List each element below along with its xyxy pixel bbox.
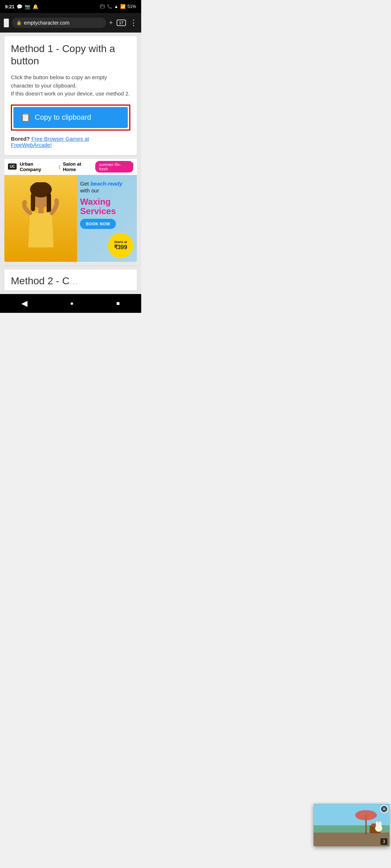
person-svg — [17, 182, 64, 255]
tab-count-badge[interactable]: 17 — [117, 20, 126, 26]
time-display: 9:21 — [5, 4, 14, 9]
ad-book-button[interactable]: BOOK NOW — [80, 219, 116, 229]
ad-brand-name: Urban Company — [20, 161, 56, 172]
menu-button[interactable]: ⋮ — [130, 18, 138, 27]
method2-card-partial: Method 2 - C... — [4, 269, 137, 290]
method1-title: Method 1 - Copy with a button — [11, 43, 130, 67]
method2-cut-indicator: ... — [70, 275, 78, 286]
method1-description: Click the button below to copy an empty … — [11, 73, 130, 98]
call-icon: 📞 — [107, 4, 112, 9]
ad-main-text: Waxing Services — [80, 197, 134, 216]
ad-beach-text: beach-ready — [91, 180, 122, 187]
section-divider — [4, 265, 137, 266]
svg-rect-4 — [38, 207, 43, 213]
ad-price: ₹399 — [114, 244, 127, 251]
page-wrapper: 9:21 💬 📷 🔔 📳 📞 ▲ 📶 51% ⌂ 🔒 emptycharacte… — [0, 0, 141, 313]
method2-title-partial: Method 2 - C... — [11, 275, 130, 287]
ad-headline: Get beach-ready Get beach-ready with our… — [80, 180, 122, 194]
ad-banner: UC Urban Company | Salon at Home summer … — [4, 159, 137, 262]
browser-actions: + 17 ⋮ — [109, 18, 138, 27]
lock-icon: 🔒 — [16, 20, 22, 25]
ad-separator: | — [59, 164, 60, 169]
clipboard-icon: 📋 — [21, 113, 30, 122]
ad-person-image — [4, 175, 77, 262]
copy-button-label: Copy to clipboard — [35, 113, 91, 122]
home-nav-button[interactable]: ● — [70, 300, 74, 307]
ad-price-badge: Starts at ₹399 — [108, 233, 133, 258]
alert-icon: 🔔 — [33, 4, 38, 9]
ad-close-button[interactable]: ✕ — [130, 161, 135, 167]
whatsapp-icon: 💬 — [17, 4, 22, 9]
page-content: Method 1 - Copy with a button Click the … — [0, 33, 141, 294]
url-text: emptycharacter.com — [24, 20, 70, 26]
home-button[interactable]: ⌂ — [4, 18, 9, 27]
svg-rect-3 — [47, 193, 51, 213]
method1-card: Method 1 - Copy with a button Click the … — [4, 36, 137, 155]
ad-subtitle: Salon at Home — [63, 161, 96, 172]
back-button[interactable]: ◀ — [21, 299, 28, 308]
instagram-icon: 📷 — [25, 4, 30, 9]
status-left: 9:21 💬 📷 🔔 — [5, 4, 38, 9]
signal-icon: 📶 — [120, 4, 126, 9]
bottom-navigation: ◀ ● ■ — [0, 294, 141, 313]
ad-logo-box: UC — [8, 163, 17, 170]
vibrate-icon: 📳 — [100, 4, 105, 9]
ad-price-prefix: Starts at — [114, 240, 127, 244]
battery-display: 51% — [127, 4, 136, 9]
bored-text: Bored? Free Browser Games at FreeWebArca… — [11, 136, 130, 148]
status-right: 📳 📞 ▲ 📶 51% — [100, 4, 136, 9]
status-bar: 9:21 💬 📷 🔔 📳 📞 ▲ 📶 51% — [0, 0, 141, 13]
new-tab-button[interactable]: + — [109, 19, 113, 27]
wifi-icon: ▲ — [114, 4, 118, 9]
svg-rect-2 — [31, 193, 35, 211]
url-bar[interactable]: 🔒 emptycharacter.com — [12, 18, 106, 28]
ad-badge: summer Re-fresh — [95, 161, 133, 173]
ad-logo: UC Urban Company | Salon at Home — [8, 161, 95, 172]
copy-button-highlight: 📋 Copy to clipboard — [11, 105, 130, 131]
recents-button[interactable]: ■ — [116, 300, 120, 307]
ad-info-button[interactable]: ⓘ — [122, 161, 127, 167]
ad-top-bar: UC Urban Company | Salon at Home summer … — [4, 159, 137, 175]
ad-body: Get beach-ready Get beach-ready with our… — [4, 175, 137, 262]
browser-bar: ⌂ 🔒 emptycharacter.com + 17 ⋮ — [0, 13, 141, 33]
copy-to-clipboard-button[interactable]: 📋 Copy to clipboard — [13, 107, 128, 128]
ad-person-placeholder — [4, 175, 77, 262]
